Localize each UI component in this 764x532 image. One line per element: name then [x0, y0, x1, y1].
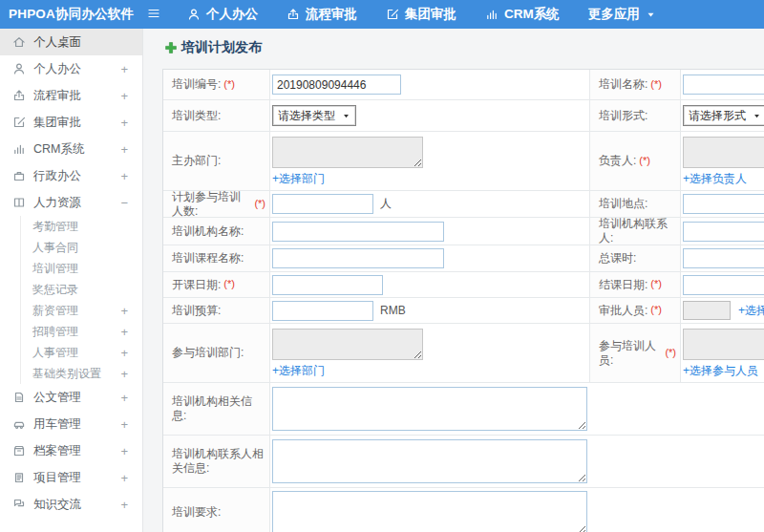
expand-toggle-icon[interactable]: + [120, 367, 128, 381]
expand-toggle-icon[interactable]: + [120, 116, 128, 130]
field-label-text: 开课日期: [172, 278, 221, 292]
training-type-select[interactable]: 请选择类型 [272, 105, 356, 126]
training-requirements-textarea[interactable] [272, 491, 587, 532]
sidebar-item-label: CRM系统 [33, 141, 84, 158]
nav-item-workflow-approval[interactable]: 流程审批 [286, 6, 357, 23]
required-marker: (*) [223, 78, 235, 92]
form-row: 参与培训部门:+选择部门参与培训人员:(*)+选择参与人员 [163, 324, 764, 383]
participating-departments-link[interactable]: +选择部门 [272, 363, 325, 379]
expand-toggle-icon[interactable]: + [120, 169, 128, 183]
sidebar-item-hr[interactable]: 人力资源− [0, 189, 142, 216]
org-info-textarea[interactable] [272, 387, 587, 431]
participating-staff-field-cell: +选择参与人员 [681, 324, 764, 382]
participating-staff-textarea[interactable] [683, 329, 764, 360]
nav-item-more-apps[interactable]: 更多应用 [588, 6, 656, 23]
expand-toggle-icon[interactable]: + [120, 142, 128, 157]
expand-toggle-icon[interactable]: + [120, 391, 128, 405]
budget-label: 培训预算: [163, 298, 270, 323]
start-date-input[interactable] [272, 275, 383, 295]
approver-link[interactable]: +选择审批人 [738, 303, 764, 319]
required-marker: (*) [665, 347, 676, 360]
menu-toggle[interactable] [147, 7, 160, 23]
sidebar-item-rewards[interactable]: 奖惩记录 [0, 279, 142, 300]
participating-staff-link[interactable]: +选择参与人员 [683, 363, 758, 379]
sidebar-item-training[interactable]: 培训管理 [0, 258, 142, 279]
org-name-input[interactable] [272, 222, 444, 242]
expand-toggle-icon[interactable]: + [120, 444, 128, 458]
nav-item-group-approval[interactable]: 集团审批 [386, 6, 456, 23]
end-date-input[interactable] [683, 275, 764, 295]
main-content: 培训计划发布 培训编号:(*)培训名称:(*)培训类型:请选择类型培训形式:请选… [143, 29, 764, 532]
sidebar-item-archive-mgmt[interactable]: 档案管理+ [0, 437, 142, 464]
expand-toggle-icon[interactable]: − [120, 196, 128, 210]
leader-textarea[interactable] [683, 137, 764, 168]
page-title-row: 培训计划发布 [164, 39, 764, 56]
participating-departments-textarea[interactable] [272, 329, 423, 360]
expand-toggle-icon[interactable]: + [120, 498, 128, 512]
expand-toggle-icon[interactable]: + [120, 471, 128, 485]
org-contact-info-textarea[interactable] [272, 439, 587, 483]
sidebar-item-knowledge[interactable]: 知识交流+ [0, 491, 142, 518]
form-row: 培训机构相关信息: [163, 383, 764, 436]
expand-toggle-icon[interactable]: + [120, 89, 128, 103]
training-number-input[interactable] [272, 74, 401, 95]
chat-icon [12, 498, 26, 511]
sidebar-item-label: 人力资源 [33, 195, 81, 211]
required-marker: (*) [650, 278, 662, 291]
sidebar-item-recruitment[interactable]: 招聘管理+ [0, 321, 142, 342]
leader-label: 负责人:(*) [589, 132, 681, 190]
field-label-text: 培训课程名称: [172, 251, 244, 266]
caret-down-icon [646, 10, 656, 20]
approver-field-cell: +选择审批人 [681, 298, 764, 323]
host-department-link[interactable]: +选择部门 [272, 171, 325, 187]
sidebar-item-admin-office[interactable]: 行政办公+ [0, 162, 142, 189]
sidebar-item-vehicle-mgmt[interactable]: 用车管理+ [0, 411, 142, 437]
sidebar-item-workflow-approval[interactable]: 流程审批+ [0, 82, 142, 109]
field-label-text: 培训编号: [172, 77, 221, 92]
required-marker: (*) [223, 278, 235, 291]
course-name-input[interactable] [272, 248, 444, 268]
field-suffix: RMB [380, 304, 406, 317]
sidebar-item-personal-office[interactable]: 个人办公+ [0, 55, 142, 82]
sidebar-item-personnel[interactable]: 人事管理+ [0, 342, 142, 363]
participant-count-input[interactable] [272, 194, 373, 214]
expand-toggle-icon[interactable]: + [120, 304, 128, 318]
sidebar-item-label: 人事管理 [32, 345, 78, 361]
total-hours-input[interactable] [683, 248, 764, 268]
expand-toggle-icon[interactable]: + [120, 417, 128, 432]
expand-toggle-icon[interactable]: + [120, 62, 128, 76]
sidebar-item-label: 用车管理 [33, 416, 81, 433]
sidebar-item-base-category[interactable]: 基础类别设置+ [0, 363, 142, 384]
course-name-field-cell [270, 245, 589, 271]
org-contact-input[interactable] [683, 222, 764, 242]
nav-item-crm-system[interactable]: CRM系统 [485, 6, 560, 23]
approver-input[interactable] [683, 301, 731, 320]
user-icon [12, 62, 26, 75]
expand-toggle-icon[interactable]: + [120, 346, 128, 360]
flow-icon [12, 89, 26, 102]
sidebar-item-attendance[interactable]: 考勤管理 [0, 216, 142, 237]
training-form-select[interactable]: 请选择形式 [683, 105, 764, 126]
training-location-input[interactable] [683, 194, 764, 214]
expand-toggle-icon[interactable]: + [120, 325, 128, 339]
budget-input[interactable] [272, 301, 373, 321]
sidebar-item-salary[interactable]: 薪资管理+ [0, 300, 142, 321]
sidebar-item-group-approval[interactable]: 集团审批+ [0, 109, 142, 136]
sidebar-item-label: 培训管理 [32, 261, 78, 277]
leader-link[interactable]: +选择负责人 [683, 171, 747, 187]
training-plan-form: 培训编号:(*)培训名称:(*)培训类型:请选择类型培训形式:请选择形式主办部门… [162, 69, 764, 532]
host-department-field-cell: +选择部门 [270, 132, 589, 190]
end-date-label: 结课日期:(*) [589, 272, 681, 297]
nav-item-personal-office[interactable]: 个人办公 [187, 6, 258, 23]
host-department-textarea[interactable] [272, 137, 423, 168]
training-name-input[interactable] [683, 74, 764, 95]
sidebar-item-document-mgmt[interactable]: 公文管理+ [0, 384, 142, 411]
sidebar-item-hr-contract[interactable]: 人事合同 [0, 237, 142, 258]
sidebar-item-label: 个人桌面 [33, 34, 81, 51]
sidebar-item-crm-system[interactable]: CRM系统+ [0, 136, 142, 162]
app-header: PHPOA协同办公软件 个人办公流程审批集团审批CRM系统更多应用 [0, 0, 764, 29]
sidebar-item-project-mgmt[interactable]: 项目管理+ [0, 464, 142, 491]
field-label-text: 负责人: [599, 154, 636, 168]
sidebar-item-personal-desktop[interactable]: 个人桌面 [0, 29, 142, 55]
training-requirements-field-cell [270, 488, 764, 532]
